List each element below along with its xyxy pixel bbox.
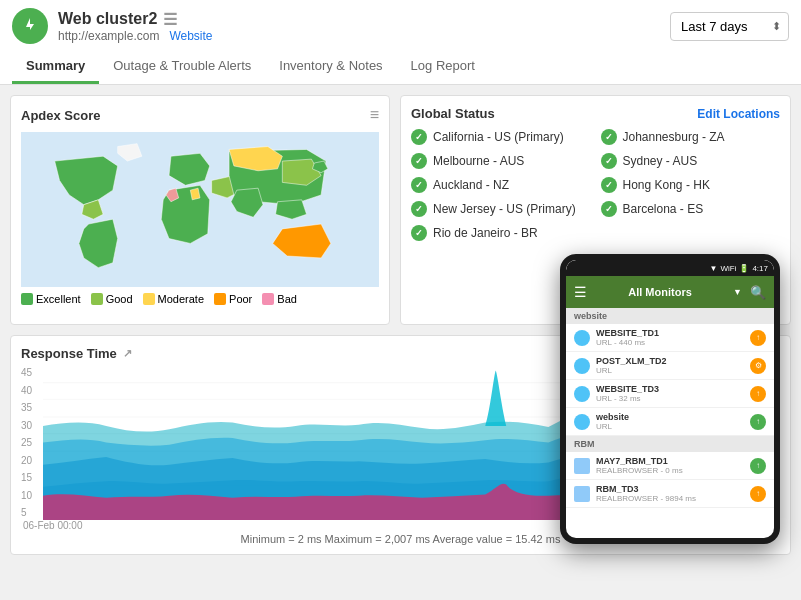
apdex-title: Apdex Score ≡ [21, 106, 379, 124]
mobile-overlay: ▼ WiFi 🔋 4:17 ☰ All Monitors ▼ 🔍 website [560, 254, 780, 544]
tab-outage[interactable]: Outage & Trouble Alerts [99, 50, 265, 84]
y-axis-labels: 45 40 35 30 25 20 15 10 5 [21, 365, 43, 520]
tabs: Summary Outage & Trouble Alerts Inventor… [12, 50, 789, 84]
phone-item-info-4: website URL [596, 412, 744, 431]
legend-poor-dot [214, 293, 226, 305]
status-johannesburg: Johannesburg - ZA [601, 129, 781, 145]
phone-item-icon-6 [574, 486, 590, 502]
date-range-wrapper[interactable]: Last 7 days Last 24 hours Last 30 days [670, 12, 789, 41]
phone-item-website-td1[interactable]: WEBSITE_TD1 URL - 440 ms ↑ [566, 324, 774, 352]
status-california: California - US (Primary) [411, 129, 591, 145]
phone-item-icon-5 [574, 458, 590, 474]
phone-item-post-xlm[interactable]: POST_XLM_TD2 URL ⚙ [566, 352, 774, 380]
legend-moderate-dot [143, 293, 155, 305]
phone-screen: ▼ WiFi 🔋 4:17 ☰ All Monitors ▼ 🔍 website [566, 260, 774, 538]
website-link[interactable]: Website [169, 29, 212, 43]
status-dot-riodejaneiro [411, 225, 427, 241]
phone-item-info-2: POST_XLM_TD2 URL [596, 356, 744, 375]
legend-excellent: Excellent [21, 293, 81, 305]
phone-item-website[interactable]: website URL ↑ [566, 408, 774, 436]
tab-inventory[interactable]: Inventory & Notes [265, 50, 396, 84]
status-melbourne: Melbourne - AUS [411, 153, 591, 169]
header-left: Web cluster2 ☰ http://example.com Websit… [12, 8, 213, 44]
legend-poor: Poor [214, 293, 252, 305]
response-time-card: Response Time ↗ 45 40 35 30 25 20 15 10 … [10, 335, 791, 555]
legend-good: Good [91, 293, 133, 305]
status-riodejaneiro: Rio de Janeiro - BR [411, 225, 591, 241]
phone-item-status-3: ↑ [750, 386, 766, 402]
phone-dropdown-icon[interactable]: ▼ [733, 287, 742, 297]
phone-status-bar: ▼ WiFi 🔋 4:17 [566, 260, 774, 276]
legend-bad: Bad [262, 293, 297, 305]
phone-item-status-6: ↑ [750, 486, 766, 502]
status-dot-california [411, 129, 427, 145]
header: Web cluster2 ☰ http://example.com Websit… [0, 0, 801, 85]
status-dot-barcelona [601, 201, 617, 217]
phone-item-website-td3[interactable]: WEBSITE_TD3 URL - 32 ms ↑ [566, 380, 774, 408]
phone-hamburger-icon[interactable]: ☰ [574, 284, 587, 300]
status-grid: California - US (Primary) Johannesburg -… [411, 129, 780, 241]
date-range-select[interactable]: Last 7 days Last 24 hours Last 30 days [670, 12, 789, 41]
status-hongkong: Hong Kong - HK [601, 177, 781, 193]
phone-nav: ☰ All Monitors ▼ 🔍 [566, 276, 774, 308]
phone-item-icon-1 [574, 330, 590, 346]
status-dot-sydney [601, 153, 617, 169]
tab-summary[interactable]: Summary [12, 50, 99, 84]
site-info: Web cluster2 ☰ http://example.com Websit… [58, 10, 213, 43]
phone-item-info-6: RBM_TD3 REALBROWSER - 9894 ms [596, 484, 744, 503]
phone-item-status-5: ↑ [750, 458, 766, 474]
phone-content: website WEBSITE_TD1 URL - 440 ms ↑ [566, 308, 774, 538]
map-legend: Excellent Good Moderate Poor Bad [21, 293, 379, 305]
apdex-card: Apdex Score ≡ [10, 95, 390, 325]
status-barcelona: Barcelona - ES [601, 201, 781, 217]
status-dot-auckland [411, 177, 427, 193]
status-sydney: Sydney - AUS [601, 153, 781, 169]
tab-log[interactable]: Log Report [397, 50, 489, 84]
site-name: Web cluster2 ☰ [58, 10, 213, 29]
phone-item-info-3: WEBSITE_TD3 URL - 32 ms [596, 384, 744, 403]
header-top: Web cluster2 ☰ http://example.com Websit… [12, 8, 789, 44]
world-map [21, 132, 379, 287]
phone-item-status-1: ↑ [750, 330, 766, 346]
site-url: http://example.com Website [58, 29, 213, 43]
logo-icon [12, 8, 48, 44]
status-dot-melbourne [411, 153, 427, 169]
menu-icon[interactable]: ☰ [163, 10, 177, 29]
status-dot-newjersey [411, 201, 427, 217]
phone-frame: ▼ WiFi 🔋 4:17 ☰ All Monitors ▼ 🔍 website [560, 254, 780, 544]
status-dot-hongkong [601, 177, 617, 193]
edit-locations-link[interactable]: Edit Locations [697, 107, 780, 121]
phone-item-rbm-td1[interactable]: MAY7_RBM_TD1 REALBROWSER - 0 ms ↑ [566, 452, 774, 480]
phone-item-status-2: ⚙ [750, 358, 766, 374]
legend-moderate: Moderate [143, 293, 204, 305]
legend-bad-dot [262, 293, 274, 305]
status-auckland: Auckland - NZ [411, 177, 591, 193]
legend-excellent-dot [21, 293, 33, 305]
phone-search-icon[interactable]: 🔍 [750, 285, 766, 300]
phone-section-rbm: RBM [566, 436, 774, 452]
phone-item-rbm-td3[interactable]: RBM_TD3 REALBROWSER - 9894 ms ↑ [566, 480, 774, 508]
apdex-menu-icon[interactable]: ≡ [370, 106, 379, 124]
phone-item-icon-2 [574, 358, 590, 374]
phone-section-website: website [566, 308, 774, 324]
status-dot-johannesburg [601, 129, 617, 145]
status-newjersey: New Jersey - US (Primary) [411, 201, 591, 217]
phone-item-status-4: ↑ [750, 414, 766, 430]
phone-item-icon-3 [574, 386, 590, 402]
external-link-icon[interactable]: ↗ [123, 347, 132, 360]
phone-item-info-1: WEBSITE_TD1 URL - 440 ms [596, 328, 744, 347]
main-content: Apdex Score ≡ [0, 85, 801, 565]
phone-item-icon-4 [574, 414, 590, 430]
global-status-title: Global Status Edit Locations [411, 106, 780, 121]
legend-good-dot [91, 293, 103, 305]
phone-item-info-5: MAY7_RBM_TD1 REALBROWSER - 0 ms [596, 456, 744, 475]
